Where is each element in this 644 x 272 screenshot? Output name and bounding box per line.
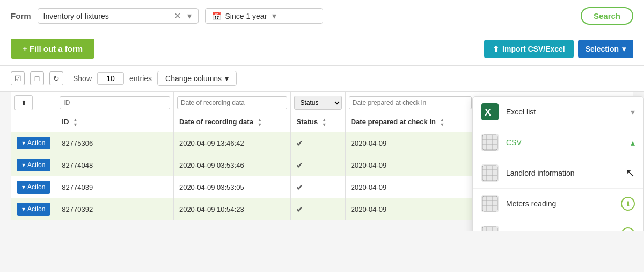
selection-button[interactable]: Selection ▾	[578, 40, 633, 58]
calendar-icon: 📅	[212, 12, 221, 20]
filter-upload-button[interactable]: ⬆	[14, 95, 33, 110]
action-button-3[interactable]: ▾ Action	[17, 203, 50, 216]
refresh-symbol-icon: ↻	[53, 74, 60, 83]
meters-label: Meters reading	[506, 199, 613, 208]
standard-label: Standard CSV	[506, 230, 613, 231]
excel-icon: X	[481, 103, 499, 120]
upload-icon: ⬆	[493, 45, 499, 53]
change-columns-chevron-icon: ▾	[225, 74, 229, 83]
csv-chevron-icon: ▴	[631, 138, 635, 148]
form-label: Form	[11, 11, 31, 20]
date-sort-icon: ▲▼	[258, 118, 262, 127]
dropdown-overlay: X Excel list ▾ CSV ▴	[472, 96, 644, 231]
date-filter-value: Since 1 year	[225, 12, 267, 20]
show-label: Show	[73, 74, 92, 83]
cell-date-3: 2020-04-09 10:54:23	[173, 198, 291, 220]
csv-icon	[481, 134, 499, 151]
entries-label: entries	[129, 74, 152, 83]
entries-input[interactable]	[97, 72, 124, 85]
cell-date-0: 2020-04-09 13:46:42	[173, 132, 291, 154]
dropdown-item-standard[interactable]: Standard CSV ⬇	[473, 219, 643, 231]
select-all-checkbox[interactable]: ☑	[11, 71, 25, 85]
fill-form-button[interactable]: + Fill out a form	[11, 39, 94, 59]
filter-checkin-input[interactable]	[349, 96, 472, 109]
filter-date-input[interactable]	[177, 96, 288, 109]
checkbox-checked-icon: ☑	[14, 74, 21, 83]
dropdown-item-landlord[interactable]: Landlord information ↖	[473, 158, 643, 189]
id-sort-icon: ▲▼	[73, 118, 78, 127]
action-chevron-icon: ▾	[22, 183, 25, 191]
cell-id-1: 82774048	[56, 154, 174, 176]
filter-id-input[interactable]	[60, 96, 170, 109]
filter-status-select[interactable]: Status	[294, 96, 341, 110]
col-header-checkin[interactable]: Date prepared at check in ▲▼	[345, 113, 475, 132]
cell-id-2: 82774039	[56, 176, 174, 198]
svg-rect-8	[481, 164, 499, 182]
toolbar-bar: + Fill out a form ⬆ Import CSV/Excel Sel…	[0, 32, 644, 66]
cell-checkin-2: 2020-04-09	[345, 176, 475, 198]
import-button[interactable]: ⬆ Import CSV/Excel	[484, 40, 574, 58]
svg-rect-2	[481, 134, 499, 151]
standard-csv-icon	[481, 226, 499, 231]
clear-form-icon[interactable]: ✕	[173, 11, 182, 21]
meters-csv-icon	[481, 195, 499, 212]
checkin-sort-icon: ▲▼	[440, 118, 445, 127]
status-sort-icon: ▲▼	[322, 118, 327, 127]
right-toolbar: ⬆ Import CSV/Excel Selection ▾	[484, 40, 633, 58]
svg-rect-14	[481, 195, 499, 212]
search-button[interactable]: Search	[581, 7, 633, 25]
standard-download-icon[interactable]: ⬇	[621, 227, 635, 231]
col-header-date[interactable]: Date of recording data ▲▼	[173, 113, 291, 132]
action-button-2[interactable]: ▾ Action	[17, 181, 50, 194]
cell-status-3: ✔	[291, 198, 345, 220]
cell-date-2: 2020-04-09 03:53:05	[173, 176, 291, 198]
selection-chevron-icon: ▾	[622, 45, 626, 53]
svg-text:X: X	[485, 107, 491, 118]
deselect-all-icon[interactable]: □	[30, 71, 44, 85]
csv-label: CSV	[506, 138, 623, 147]
upload-filter-icon: ⬆	[21, 99, 27, 107]
col-header-action	[11, 113, 56, 132]
landlord-label: Landlord information	[506, 169, 618, 177]
action-chevron-icon: ▾	[22, 205, 25, 213]
square-icon: □	[35, 74, 39, 83]
date-dropdown-icon[interactable]: ▾	[271, 11, 277, 21]
cursor-icon: ↖	[625, 166, 635, 180]
dropdown-item-meters[interactable]: Meters reading ⬇	[473, 189, 643, 219]
cell-status-0: ✔	[291, 132, 345, 154]
cell-id-0: 82775306	[56, 132, 174, 154]
cell-status-1: ✔	[291, 154, 345, 176]
cell-checkin-3: 2020-04-09	[345, 198, 475, 220]
cell-status-2: ✔	[291, 176, 345, 198]
form-input-wrapper: ✕ ▾	[38, 8, 199, 24]
table-controls: ☑ □ ↻ Show entries Change columns ▾	[0, 66, 644, 92]
col-header-id[interactable]: ID ▲▼	[56, 113, 174, 132]
cell-date-1: 2020-04-09 03:53:46	[173, 154, 291, 176]
cell-checkin-1: 2020-04-09	[345, 154, 475, 176]
action-chevron-icon: ▾	[22, 139, 25, 147]
form-input[interactable]	[43, 12, 169, 20]
action-button-0[interactable]: ▾ Action	[17, 137, 50, 149]
action-button-1[interactable]: ▾ Action	[17, 159, 50, 171]
excel-chevron-icon: ▾	[631, 107, 635, 117]
excel-label: Excel list	[506, 108, 623, 116]
top-bar: Form ✕ ▾ 📅 Since 1 year ▾ Search	[0, 0, 644, 32]
cell-id-3: 82770392	[56, 198, 174, 220]
dropdown-item-csv[interactable]: CSV ▴	[473, 127, 643, 158]
action-chevron-icon: ▾	[22, 161, 25, 169]
dropdown-form-icon[interactable]: ▾	[186, 11, 193, 21]
refresh-icon[interactable]: ↻	[49, 71, 63, 85]
main-content: ⬆ Status ID ▲▼	[0, 92, 644, 231]
landlord-csv-icon	[481, 164, 499, 182]
date-filter-wrapper: 📅 Since 1 year ▾	[205, 8, 323, 24]
col-header-status[interactable]: Status ▲▼	[291, 113, 345, 132]
change-columns-button[interactable]: Change columns ▾	[157, 71, 237, 86]
dropdown-item-excel[interactable]: X Excel list ▾	[473, 97, 643, 127]
meters-download-icon[interactable]: ⬇	[621, 197, 635, 211]
cell-checkin-0: 2020-04-09	[345, 132, 475, 154]
